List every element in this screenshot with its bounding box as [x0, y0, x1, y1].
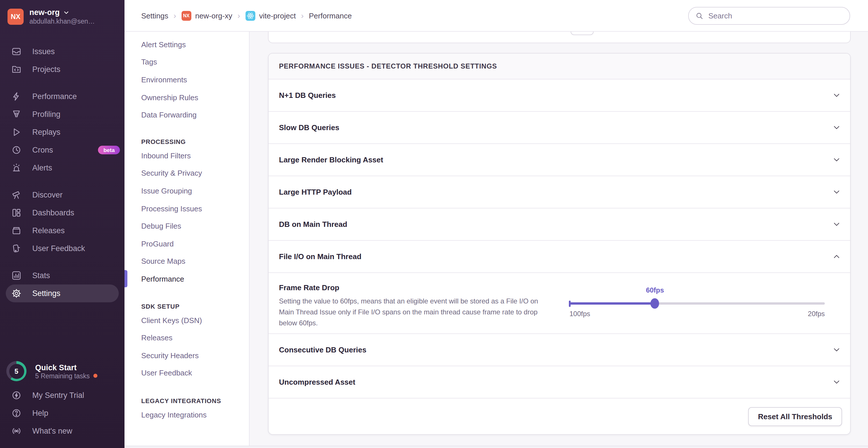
sidebar-item-performance[interactable]: Performance: [0, 88, 124, 105]
sidebar-item-projects[interactable]: Projects: [0, 61, 124, 78]
settings-nav-data-forwarding[interactable]: Data Forwarding: [124, 106, 249, 124]
replays-icon: [11, 127, 21, 137]
settings-nav-tags[interactable]: Tags: [124, 53, 249, 71]
breadcrumb: Settings › NX new-org-xy › vite-project …: [124, 11, 352, 21]
alerts-icon: [11, 163, 21, 173]
quick-start-label: Quick Start: [35, 363, 97, 372]
accordion-row-large-render-blocking-asset[interactable]: Large Render Blocking Asset: [269, 144, 850, 176]
settings-nav-proguard[interactable]: ProGuard: [124, 235, 249, 252]
quick-start[interactable]: 5 Quick Start 5 Remaining tasks: [0, 361, 124, 386]
breadcrumb-org[interactable]: NX new-org-xy: [181, 11, 232, 21]
gear-icon: [11, 288, 21, 298]
settings-nav-user-feedback[interactable]: User Feedback: [124, 364, 249, 382]
primary-nav: Issues Projects Performance Profiling: [0, 43, 124, 302]
sidebar-item-my-sentry-trial[interactable]: My Sentry Trial: [0, 386, 124, 404]
sidebar-item-profiling[interactable]: Profiling: [0, 105, 124, 123]
chevron-down-icon: [63, 9, 69, 15]
app-root: NX new-org abdullah.khan@sen… Issues Pro…: [0, 0, 868, 448]
settings-nav-debug-files[interactable]: Debug Files: [124, 217, 249, 235]
projects-icon: [11, 65, 21, 74]
sidebar-item-discover[interactable]: Discover: [0, 186, 124, 204]
sidebar-item-settings[interactable]: Settings: [6, 284, 119, 302]
chevron-down-icon: [833, 220, 840, 228]
sidebar-item-replays[interactable]: Replays: [0, 123, 124, 141]
accordion-row-consecutive-db-queries[interactable]: Consecutive DB Queries: [269, 334, 850, 366]
stats-icon: [11, 271, 21, 280]
org-avatar: NX: [7, 8, 24, 25]
user-feedback-icon: [11, 244, 21, 253]
slider-handle[interactable]: [651, 298, 659, 309]
settings-nav-source-maps[interactable]: Source Maps: [124, 252, 249, 270]
settings-nav-processing-issues[interactable]: Processing Issues: [124, 200, 249, 217]
accordion-row-slow-db-queries[interactable]: Slow DB Queries: [269, 112, 850, 144]
org-tile-icon: NX: [181, 11, 191, 21]
frame-rate-slider: 60fps 100fps 20fps: [569, 273, 825, 334]
settings-nav-header-processing: PROCESSING: [124, 130, 249, 145]
settings-nav-alert-settings[interactable]: Alert Settings: [124, 36, 249, 53]
breadcrumb-project[interactable]: vite-project: [245, 11, 296, 21]
slider-track[interactable]: [569, 302, 825, 305]
settings-nav-environments[interactable]: Environments: [124, 71, 249, 89]
scrolled-control: [570, 31, 594, 35]
quick-start-count: 5: [9, 364, 24, 379]
settings-nav-client-keys[interactable]: Client Keys (DSN): [124, 311, 249, 329]
sidebar-item-user-feedback[interactable]: User Feedback: [0, 240, 124, 257]
settings-nav-inbound-filters[interactable]: Inbound Filters: [124, 147, 249, 164]
scrolled-card-bottom: [268, 31, 851, 43]
sidebar-item-whats-new[interactable]: What's new: [0, 422, 124, 440]
topbar: Settings › NX new-org-xy › vite-project …: [124, 0, 868, 32]
help-icon: [11, 408, 21, 418]
sidebar-bottom: 5 Quick Start 5 Remaining tasks My Sentr…: [0, 361, 124, 448]
slider-min-label: 100fps: [569, 310, 590, 318]
settings-nav-legacy-integrations[interactable]: Legacy Integrations: [124, 406, 249, 423]
sidebar-item-crons[interactable]: Crons beta: [0, 141, 124, 159]
sidebar-item-stats[interactable]: Stats: [0, 267, 124, 284]
settings-nav-security-headers[interactable]: Security Headers: [124, 347, 249, 364]
org-email: abdullah.khan@sen…: [29, 18, 95, 25]
slider-max-label: 20fps: [808, 310, 825, 318]
sidebar-item-help[interactable]: Help: [0, 404, 124, 422]
breadcrumb-separator: ›: [301, 11, 304, 20]
accordion-row-uncompressed-asset[interactable]: Uncompressed Asset: [269, 366, 850, 399]
sidebar-item-releases[interactable]: Releases: [0, 222, 124, 240]
notification-dot: [93, 374, 97, 378]
chevron-down-icon: [833, 188, 840, 196]
breadcrumb-separator: ›: [238, 11, 240, 20]
slider-start-cap: [569, 300, 570, 307]
sidebar-item-alerts[interactable]: Alerts: [0, 159, 124, 177]
detector-threshold-card: PERFORMANCE ISSUES - DETECTOR THRESHOLD …: [268, 53, 851, 435]
search-input[interactable]: [707, 11, 843, 21]
broadcast-icon: [11, 426, 21, 436]
bottom-edge-divider: [124, 446, 868, 448]
chevron-down-icon: [833, 156, 840, 164]
sidebar-item-issues[interactable]: Issues: [0, 43, 124, 61]
performance-icon: [11, 92, 21, 101]
chevron-down-icon: [833, 346, 840, 353]
breadcrumb-page: Performance: [309, 11, 352, 20]
accordion-row-n-plus-one-db-queries[interactable]: N+1 DB Queries: [269, 79, 850, 112]
issues-icon: [11, 47, 21, 57]
main-content: PERFORMANCE ISSUES - DETECTOR THRESHOLD …: [249, 31, 868, 448]
sidebar-item-dashboards[interactable]: Dashboards: [0, 204, 124, 222]
settings-nav-performance[interactable]: Performance: [124, 270, 249, 288]
settings-nav-releases[interactable]: Releases: [124, 329, 249, 347]
settings-nav: Alert Settings Tags Environments Ownersh…: [124, 31, 250, 448]
settings-nav-ownership-rules[interactable]: Ownership Rules: [124, 89, 249, 106]
frame-rate-drop-description: Setting the value to 60fps, means that a…: [279, 296, 549, 329]
dashboards-icon: [11, 208, 21, 218]
accordion-row-file-io-on-main-thread[interactable]: File I/O on Main Thread: [269, 241, 850, 273]
search-box[interactable]: [688, 7, 850, 25]
card-footer: Reset All Thresholds: [269, 399, 850, 434]
reset-all-thresholds-button[interactable]: Reset All Thresholds: [748, 407, 842, 426]
chevron-down-icon: [833, 92, 840, 99]
releases-icon: [11, 226, 21, 236]
org-switcher[interactable]: NX new-org abdullah.khan@sen…: [0, 0, 124, 31]
settings-nav-issue-grouping[interactable]: Issue Grouping: [124, 182, 249, 200]
breadcrumb-settings[interactable]: Settings: [141, 11, 168, 20]
chevron-up-icon: [833, 253, 840, 260]
accordion-row-large-http-payload[interactable]: Large HTTP Payload: [269, 176, 850, 208]
primary-sidebar: NX new-org abdullah.khan@sen… Issues Pro…: [0, 0, 124, 448]
discover-icon: [11, 190, 21, 200]
accordion-row-db-on-main-thread[interactable]: DB on Main Thread: [269, 208, 850, 241]
settings-nav-security-privacy[interactable]: Security & Privacy: [124, 164, 249, 182]
